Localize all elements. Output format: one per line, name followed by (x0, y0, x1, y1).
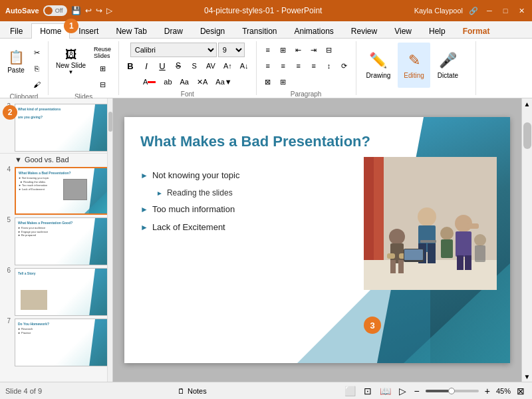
dictate-button[interactable]: 🎤 Dictate (432, 43, 464, 88)
svg-rect-3 (364, 260, 497, 290)
font-name-select[interactable]: Calibri (130, 43, 217, 57)
bullet-2-text: Too much information (152, 204, 235, 214)
align-right-button[interactable]: ≡ (291, 59, 306, 73)
slide-panel-scroll-thumb[interactable] (108, 112, 112, 132)
tab-home[interactable]: Home 1 (31, 23, 70, 39)
share-icon[interactable]: 🔗 (468, 5, 479, 16)
normal-view-button[interactable]: ⬜ (342, 384, 358, 398)
minimize-button[interactable]: ─ (484, 5, 495, 16)
bullets-button[interactable]: ≡ (261, 43, 275, 57)
slide-6-thumb[interactable]: Tell a Story (15, 268, 110, 316)
svg-point-4 (389, 229, 405, 245)
format-painter-icon: 🖌 (33, 80, 41, 88)
slide-7-thumb[interactable]: Do You Homework? ► Research► Practice (15, 319, 110, 366)
tab-format[interactable]: Format (454, 23, 499, 39)
undo-icon[interactable]: ↩ (85, 6, 92, 15)
scroll-thumb[interactable] (523, 122, 531, 149)
paragraph-group: ≡ ⊞ ⇤ ⇥ ⊟ ≡ ≡ ≡ ≡ ↕ ⟳ ⊠ ⊞ Paragraph (257, 41, 356, 95)
slide-area-wrapper: What Makes a Bad Presentation? ► Not kno… (113, 98, 532, 382)
section-button[interactable]: ⊟ (90, 77, 114, 92)
svg-rect-18 (457, 255, 464, 270)
format-painter-button[interactable]: 🖌 (29, 77, 44, 92)
svg-point-20 (440, 227, 454, 240)
zoom-in-button[interactable]: + (483, 384, 492, 398)
annotation-2: 2 (3, 105, 17, 120)
scroll-down-button[interactable]: ▼ (522, 371, 533, 382)
tab-new-tab[interactable]: New Tab (107, 23, 155, 39)
char-spacing-button[interactable]: AV (203, 59, 219, 73)
column-button[interactable]: ⊟ (322, 43, 336, 57)
paste-button[interactable]: 📋 Paste (4, 43, 28, 80)
increase-indent-button[interactable]: ⇥ (307, 43, 321, 57)
zoom-out-button[interactable]: − (412, 384, 422, 398)
clear-format-button[interactable]: ✕A (194, 74, 211, 89)
layout-button[interactable]: ⊞ (90, 61, 114, 76)
slide-3-thumb[interactable]: What kind of presentations are you givin… (15, 104, 110, 152)
slide-5-row: 5 What Makes a Presentation Good? ► Know… (0, 216, 112, 267)
italic-button[interactable]: I (139, 59, 154, 73)
tab-transition[interactable]: Transition (233, 23, 285, 39)
reuse-slides-button[interactable]: ReuseSlides (90, 45, 114, 60)
bullet-1-sub-1-arrow: ► (156, 190, 163, 197)
save-icon[interactable]: 💾 (71, 6, 81, 15)
reading-view-button[interactable]: 📖 (378, 384, 393, 398)
shadow-button[interactable]: S (187, 59, 201, 73)
text-align-button[interactable]: ⊠ (261, 74, 275, 89)
new-slide-dropdown[interactable]: ▼ (68, 69, 74, 75)
slideshow-button[interactable]: ▷ (397, 384, 408, 398)
scroll-up-button[interactable]: ▲ (522, 98, 533, 109)
smartart-button[interactable]: ⊞ (276, 74, 291, 89)
fit-slide-button[interactable]: ⊠ (515, 384, 527, 398)
tab-help[interactable]: Help (420, 23, 454, 39)
editing-button[interactable]: ✎ Editing (398, 43, 430, 88)
font-size-select[interactable]: 9 (218, 43, 245, 57)
align-left-button[interactable]: ≡ (261, 59, 275, 73)
maximize-button[interactable]: □ (500, 5, 511, 16)
justify-button[interactable]: ≡ (307, 59, 321, 73)
font-size2-button[interactable]: Aa (177, 74, 192, 89)
line-spacing-button[interactable]: ↕ (322, 59, 336, 73)
tab-design[interactable]: Design (192, 23, 233, 39)
slide-canvas[interactable]: What Makes a Bad Presentation? ► Not kno… (124, 117, 510, 363)
zoom-thumb[interactable] (448, 388, 455, 394)
slide-5-inner: What Makes a Presentation Good? ► Know y… (15, 218, 109, 265)
tab-view[interactable]: View (386, 23, 420, 39)
decrease-font-button[interactable]: A↓ (237, 59, 252, 73)
drawing-button[interactable]: ✏️ Drawing (360, 43, 397, 88)
tab-animations[interactable]: Animations (285, 23, 342, 39)
text-direction-button[interactable]: ⟳ (337, 59, 352, 73)
slide-bullets: ► Not knowing your topic ► Reading the s… (140, 170, 340, 240)
increase-font-button[interactable]: A↑ (220, 59, 235, 73)
layout-icon: ⊞ (100, 65, 106, 73)
redo-icon[interactable]: ↪ (96, 6, 102, 15)
slide-4-thumb[interactable]: What Makes a Bad Presentation? ► Not kno… (15, 167, 110, 215)
tab-file[interactable]: File (1, 23, 31, 39)
align-center-button[interactable]: ≡ (276, 59, 291, 73)
strikethrough-button[interactable]: S (171, 59, 186, 73)
tab-draw[interactable]: Draw (156, 23, 192, 39)
notes-label[interactable]: Notes (188, 387, 207, 395)
change-case-button[interactable]: Aa▼ (212, 74, 235, 89)
section-collapse-icon[interactable]: ▼ (15, 156, 22, 164)
slide-sorter-button[interactable]: ⊡ (362, 384, 374, 398)
svg-point-10 (418, 207, 436, 226)
copy-button[interactable]: ⎘ (29, 61, 44, 76)
present-icon[interactable]: ▷ (106, 6, 112, 15)
decrease-indent-button[interactable]: ⇤ (291, 43, 306, 57)
tab-review[interactable]: Review (342, 23, 386, 39)
underline-button[interactable]: U (155, 59, 170, 73)
numbering-button[interactable]: ⊞ (276, 43, 291, 57)
cut-button[interactable]: ✂ (29, 45, 44, 60)
bullet-1: ► Not knowing your topic (140, 170, 340, 180)
new-slide-button[interactable]: 🖼 New Slide ▼ (53, 43, 89, 80)
slide-panel[interactable]: 2 3 What kind of presentations are you g… (0, 98, 113, 382)
slide-5-thumb[interactable]: What Makes a Presentation Good? ► Know y… (15, 217, 110, 265)
status-right: ⬜ ⊡ 📖 ▷ − + 45% ⊠ (342, 384, 527, 398)
autosave-toggle[interactable]: Off (43, 5, 67, 16)
close-button[interactable]: ✕ (516, 5, 527, 16)
bold-button[interactable]: B (123, 59, 138, 73)
highlight-button[interactable]: ab (160, 74, 175, 89)
font-color-button[interactable]: A (140, 74, 159, 89)
zoom-slider[interactable] (426, 390, 479, 392)
bullet-2: ► Too much information (140, 204, 340, 214)
